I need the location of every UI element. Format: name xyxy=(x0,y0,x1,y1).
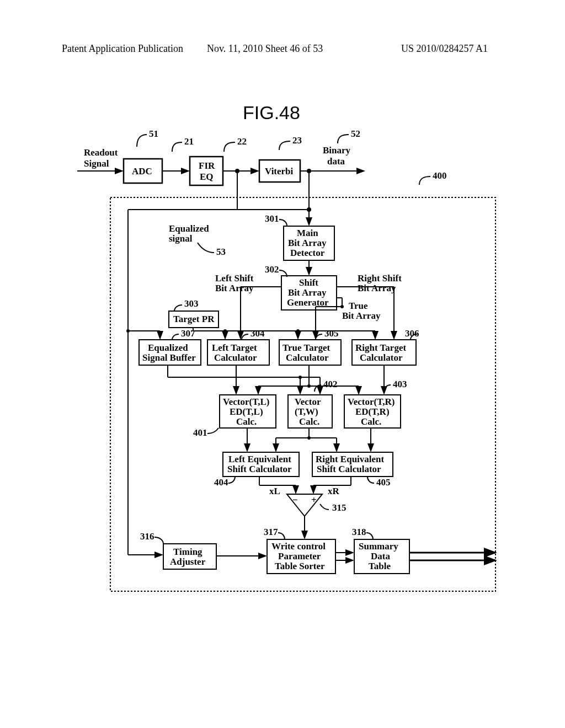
307-dot xyxy=(299,376,302,379)
rshift-l1: Right Shift xyxy=(358,273,402,283)
ref307-leader xyxy=(172,334,179,340)
ref51-leader xyxy=(137,135,147,147)
ref23-leader xyxy=(279,141,290,150)
ref-21: 21 xyxy=(184,136,194,147)
b401-l1: Vector(T,L) xyxy=(223,397,270,407)
b402-l1: Vector xyxy=(295,397,321,407)
b306-l1: Right Target xyxy=(355,342,406,353)
ref-318: 318 xyxy=(352,527,366,537)
b405-l1: Right Equivalent xyxy=(316,454,385,464)
binary-l2: data xyxy=(327,156,345,167)
ref303-leader xyxy=(174,305,182,311)
true-l2: Bit Array xyxy=(342,311,381,321)
ref404-leader xyxy=(228,477,235,483)
ref-305: 305 xyxy=(324,328,339,339)
b301-l1: Main xyxy=(297,228,318,238)
b318-l3: Table xyxy=(369,561,391,571)
ref405-leader xyxy=(367,477,374,483)
ref400-leader xyxy=(419,176,430,185)
b304-l1: Left Target xyxy=(212,342,257,353)
b317-l2: Parameter xyxy=(278,551,321,561)
b301-l3: Detector xyxy=(290,248,325,258)
lshift-l1: Left Shift xyxy=(215,273,254,283)
b307-l1: Equalized xyxy=(148,342,188,353)
b317-l1: Write control xyxy=(271,541,326,552)
ref-53: 53 xyxy=(216,247,226,257)
lshift-l2: Bit Array xyxy=(215,283,254,293)
b304-l2: Calculator xyxy=(214,352,257,363)
b403-l3: Calc. xyxy=(361,416,381,427)
b403-l1: Vector(T,R) xyxy=(348,397,395,407)
readout-signal-label-1: Readout xyxy=(84,147,118,158)
ref-400: 400 xyxy=(433,170,447,181)
adc-text: ADC xyxy=(132,166,152,176)
b305-l1: True Target xyxy=(282,342,330,353)
305-split-dot xyxy=(307,384,311,388)
ref301-leader xyxy=(279,220,287,226)
ref-317: 317 xyxy=(264,527,278,537)
tpr-dot1 xyxy=(223,329,227,333)
ref22-leader xyxy=(224,142,235,152)
b316-l2: Adjuster xyxy=(170,556,206,567)
ref-23: 23 xyxy=(292,135,302,146)
plus: + xyxy=(311,495,317,505)
diagram-svg: Readout Signal ADC FIR EQ Viterbi Binary… xyxy=(0,0,565,728)
b318-l1: Summary xyxy=(359,541,398,552)
ref-405: 405 xyxy=(376,477,391,488)
ref52-leader xyxy=(338,135,349,143)
ref315-leader xyxy=(320,504,329,510)
b401-l3: Calc. xyxy=(236,416,257,427)
ref-302: 302 xyxy=(265,264,279,275)
minus: − xyxy=(292,495,298,505)
rshift-l2: Bit Array xyxy=(358,283,396,293)
b302-l2: Bit Array xyxy=(288,287,327,298)
302-true-dot xyxy=(340,305,344,308)
ref318-leader xyxy=(366,533,373,539)
b306-l2: Calculator xyxy=(360,352,403,363)
ref317-leader xyxy=(278,533,285,539)
b405-l2: Shift Calculator xyxy=(317,464,381,474)
ref-306: 306 xyxy=(405,328,419,339)
ref-51: 51 xyxy=(149,129,158,139)
ref53-leader xyxy=(198,243,214,253)
ref-402: 402 xyxy=(323,379,338,389)
eq-sig-l1: Equalized xyxy=(169,223,209,234)
b317-l3: Table Sorter xyxy=(275,561,325,571)
b301-l2: Bit Array xyxy=(288,238,327,248)
eq-sig-l2: signal xyxy=(169,233,193,244)
ref-304: 304 xyxy=(250,328,265,339)
readout-signal-label-2: Signal xyxy=(84,158,109,169)
ref-316: 316 xyxy=(140,531,154,542)
b307-l2: Signal Buffer xyxy=(142,352,196,363)
tpr-dot2 xyxy=(296,329,300,333)
ref-401: 401 xyxy=(193,427,207,438)
ref-404: 404 xyxy=(214,477,228,488)
b401-l2: ED(T,L) xyxy=(230,406,263,417)
ref-303: 303 xyxy=(184,298,199,309)
fir-l2: EQ xyxy=(200,172,214,182)
ref-403: 403 xyxy=(393,379,407,389)
ref304-leader xyxy=(242,334,248,340)
xR-label: xR xyxy=(328,486,340,496)
b404-l2: Shift Calculator xyxy=(227,464,292,474)
true-l1: True xyxy=(349,301,368,311)
b305-l2: Calculator xyxy=(286,352,329,363)
eqbus-dot xyxy=(126,329,130,333)
b302-l1: Shift xyxy=(299,277,318,288)
ref316-leader xyxy=(154,537,163,544)
b403-l2: ED(T,R) xyxy=(355,406,390,417)
ref401-leader xyxy=(207,428,218,433)
ref-301: 301 xyxy=(265,213,279,224)
ref21-leader xyxy=(172,142,182,152)
ref-315: 315 xyxy=(332,502,347,513)
ref305-leader xyxy=(316,334,322,340)
ref-52: 52 xyxy=(351,129,360,139)
b318-l2: Data xyxy=(371,551,390,561)
viterbi-text: Viterbi xyxy=(265,166,294,176)
b316-l1: Timing xyxy=(173,547,202,557)
b303-t: Target PR xyxy=(173,314,215,324)
ref403-leader xyxy=(384,385,391,392)
fir-l1: FIR xyxy=(199,160,215,171)
ref-22: 22 xyxy=(237,136,247,147)
b402-l3: Calc. xyxy=(299,416,319,427)
